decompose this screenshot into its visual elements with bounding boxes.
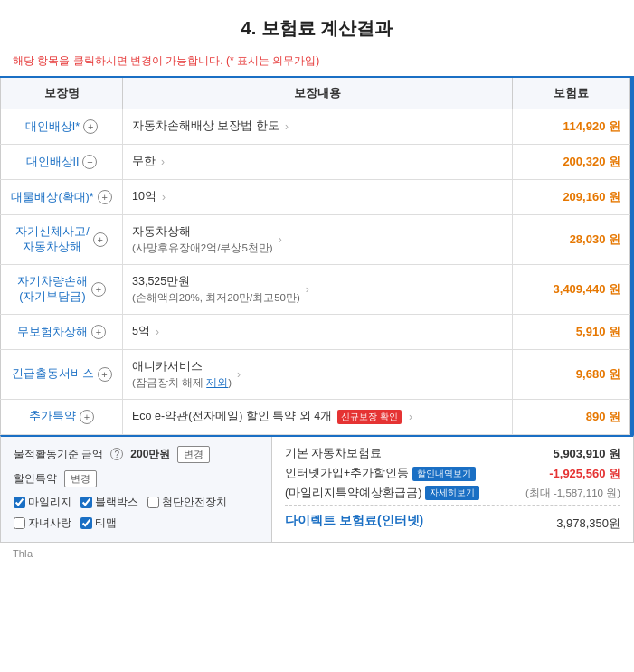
table-row[interactable]: 대물배상(확대)*+10억›209,160 원 [1,180,630,215]
chevron-right-icon: › [237,368,241,381]
cell-name[interactable]: 자기차량손해 (자기부담금)+ [1,265,123,315]
coverage-name: 대인배상II [26,155,80,170]
plus-icon[interactable]: + [91,325,106,339]
content-div: 애니카서비스(잠금장치 해제 제외)› [132,359,503,390]
content-text: 10억 [132,189,156,205]
bottom-left: 물적활동기준 금액 ? 200만원 변경 할인특약 변경 마일리지블랙박스첨단안… [1,437,272,542]
sub-price-label: (마일리지특약예상환급금) 자세히보기 [285,486,479,501]
coverage-name: 대물배상(확대)* [11,190,93,205]
insurance-table: 보장명 보장내용 보험료 대인배상I*+자동차손해배상 보장법 한도›114,9… [0,76,630,435]
content-div: Eco e-약관(전자메일) 할인 특약 외 4개신규보장 확인› [132,409,503,425]
checkbox-item-자녀사랑: 자녀사랑 [14,516,71,531]
total-label: 다이렉트 보험료(인터넷) [285,513,423,529]
table-row[interactable]: 자기신체사고/ 자동차상해+자동차상해(사망후유장애2억/부상5천만)›28,0… [1,215,630,265]
total-value: 3,978,350원 [556,509,620,533]
cell-price: 114,920 원 [513,109,630,145]
cell-content: 10억› [123,180,513,215]
discount-price-label: 인터넷가입+추가할인등 할인내역보기 [285,466,476,481]
name-row: 대물배상(확대)*+ [10,190,113,205]
table-row[interactable]: 대인배상II+무한›200,320 원 [1,145,630,180]
cell-name[interactable]: 무보험차상해+ [1,315,123,350]
cell-price: 5,910 원 [513,315,630,350]
new-badge[interactable]: 신규보장 확인 [337,410,402,424]
checkbox-블랙박스[interactable] [80,497,92,508]
coverage-name: 자기차량손해 (자기부담금) [17,274,88,305]
question-icon[interactable]: ? [110,448,123,460]
cell-name[interactable]: 자기신체사고/ 자동차상해+ [1,215,123,265]
cell-name[interactable]: 추가특약+ [1,399,123,434]
plus-icon[interactable]: + [80,410,94,424]
total-unit: 원 [609,516,620,530]
cell-name[interactable]: 대인배상I*+ [1,109,123,145]
cell-content: 무한› [123,145,513,180]
base-premium-label: 기본 자동차보험료 [285,446,382,461]
plus-icon[interactable]: + [93,232,108,247]
cell-content: 33,525만원(손해액의20%, 최저20만/최고50만)› [123,265,513,315]
page-title: 4. 보험료 계산결과 [0,0,634,53]
coverage-name: 긴급출동서비스 [12,366,94,382]
checkbox-마일리지[interactable] [14,497,25,508]
chevron-right-icon: › [156,326,159,338]
content-div: 자동차상해(사망후유장애2억/부상5천만)› [132,224,503,255]
name-row: 대인배상I*+ [10,119,113,135]
cell-content: 자동차상해(사망후유장애2억/부상5천만)› [123,215,513,265]
content-text: 자동차상해(사망후유장애2억/부상5천만) [132,224,273,255]
content-text: 무한 [132,154,156,170]
table-row[interactable]: 자기차량손해 (자기부담금)+33,525만원(손해액의20%, 최저20만/최… [1,265,630,315]
content-text: 자동차손해배상 보장법 한도 [132,118,279,135]
table-row[interactable]: 긴급출동서비스+애니카서비스(잠금장치 해제 제외)›9,680 원 [1,350,630,400]
content-div: 10억› [132,189,503,205]
plus-icon[interactable]: + [98,367,112,382]
checkbox-label-첨단안전장치: 첨단안전장치 [162,495,227,510]
discount-row: 할인특약 변경 [14,470,259,487]
col-header-price: 보험료 [513,77,630,109]
discount-change-button[interactable]: 변경 [64,470,97,487]
chevron-right-icon: › [285,120,289,133]
plus-icon[interactable]: + [98,190,112,204]
content-div: 무한› [132,154,503,170]
total-row: 다이렉트 보험료(인터넷) 3,978,350원 [285,505,620,533]
discount-label: 할인특약 [14,471,57,487]
sub-price-row: (마일리지특약예상환급금) 자세히보기 (최대 -1,587,110 원) [285,486,620,501]
criteria-row: 물적활동기준 금액 ? 200만원 변경 [14,446,259,463]
cell-name[interactable]: 대인배상II+ [1,145,123,180]
col-header-name: 보장명 [1,77,123,109]
content-link[interactable]: 제외 [206,377,228,388]
name-row: 긴급출동서비스+ [10,366,113,382]
base-premium-row: 기본 자동차보험료 5,903,910 원 [285,446,620,462]
footer-text: ThIa [0,543,634,564]
content-text: Eco e-약관(전자메일) 할인 특약 외 4개 [132,409,332,425]
content-text: 33,525만원(손해액의20%, 최저20만/최고50만) [132,274,300,305]
table-row[interactable]: 추가특약+Eco e-약관(전자메일) 할인 특약 외 4개신규보장 확인›89… [1,399,630,434]
bottom-section: 물적활동기준 금액 ? 200만원 변경 할인특약 변경 마일리지블랙박스첨단안… [0,435,634,543]
criteria-change-button[interactable]: 변경 [177,446,210,463]
criteria-value: 200만원 [130,447,170,462]
checkbox-자녀사랑[interactable] [14,517,25,529]
checkbox-label-마일리지: 마일리지 [28,495,71,510]
discount-amount: -1,925,560 원 [549,466,620,482]
plus-icon[interactable]: + [82,155,97,169]
coverage-name: 추가특약 [29,409,76,424]
chevron-right-icon: › [162,191,166,203]
criteria-label: 물적활동기준 금액 [14,447,103,462]
chevron-right-icon: › [306,283,309,296]
discount-detail-button[interactable]: 할인내역보기 [412,467,476,481]
subtitle: 해당 항목을 클릭하시면 변경이 가능합니다. (* 표시는 의무가입) [0,53,634,76]
cell-name[interactable]: 대물배상(확대)*+ [1,180,123,215]
content-text: 5억 [132,324,150,340]
plus-icon[interactable]: + [83,119,98,134]
base-premium-value: 5,903,910 원 [554,446,620,462]
checkbox-티맵[interactable] [80,517,92,529]
sub-detail-button[interactable]: 자세히보기 [425,486,479,500]
discount-price-row: 인터넷가입+추가할인등 할인내역보기 -1,925,560 원 [285,466,620,482]
checkbox-첨단안전장치[interactable] [147,497,159,508]
coverage-name: 대인배상I* [25,119,80,135]
plus-icon[interactable]: + [91,282,106,297]
coverage-name: 무보험차상해 [17,325,88,340]
checkbox-label-티맵: 티맵 [95,516,117,531]
table-row[interactable]: 무보험차상해+5억›5,910 원 [1,315,630,350]
table-row[interactable]: 대인배상I*+자동차손해배상 보장법 한도›114,920 원 [1,109,630,145]
checkbox-item-블랙박스: 블랙박스 [80,495,138,510]
name-row: 자기차량손해 (자기부담금)+ [10,274,113,305]
cell-name[interactable]: 긴급출동서비스+ [1,350,123,400]
